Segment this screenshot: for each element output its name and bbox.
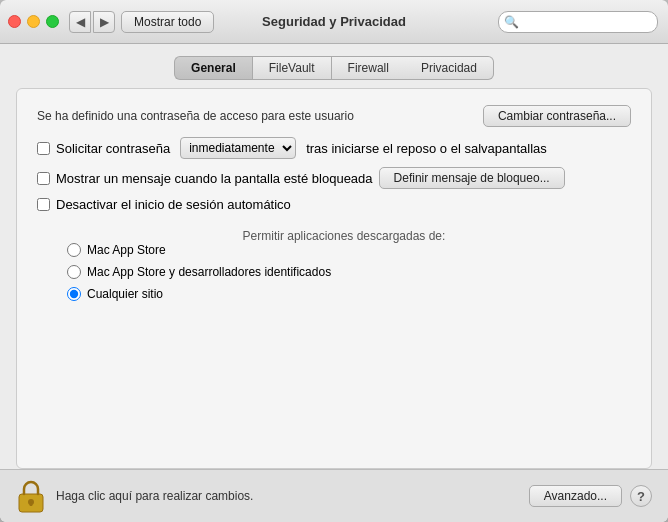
search-icon: 🔍	[504, 15, 519, 29]
tab-privacy[interactable]: Privacidad	[405, 56, 494, 80]
bottom-bar: Haga clic aquí para realizar cambios. Av…	[0, 469, 668, 522]
tab-firewall[interactable]: Firewall	[331, 56, 405, 80]
password-row: Se ha definido una contraseña de acceso …	[37, 105, 631, 127]
require-password-label: Solicitar contraseña	[56, 141, 170, 156]
tab-general[interactable]: General	[174, 56, 252, 80]
disable-autologin-checkbox[interactable]	[37, 198, 50, 211]
radio-row-mac-app-store: Mac App Store	[67, 243, 331, 257]
change-password-button[interactable]: Cambiar contraseña...	[483, 105, 631, 127]
search-input[interactable]	[498, 11, 658, 33]
disable-autologin-row: Desactivar el inicio de sesión automátic…	[37, 197, 631, 212]
password-label: Se ha definido una contraseña de acceso …	[37, 109, 354, 123]
nav-buttons: ◀ ▶	[69, 11, 115, 33]
radio-label-any-site: Cualquier sitio	[87, 287, 163, 301]
chevron-left-icon: ◀	[76, 15, 85, 29]
help-button[interactable]: ?	[630, 485, 652, 507]
immediately-select[interactable]: inmediatamente	[180, 137, 296, 159]
require-password-row: Solicitar contraseña inmediatamente tras…	[37, 137, 631, 159]
radio-label-mac-app-store-devs: Mac App Store y desarrolladores identifi…	[87, 265, 331, 279]
content-panel: Se ha definido una contraseña de acceso …	[16, 88, 652, 469]
svg-rect-2	[30, 502, 33, 506]
tab-filevault[interactable]: FileVault	[252, 56, 331, 80]
maximize-button[interactable]	[46, 15, 59, 28]
define-message-button[interactable]: Definir mensaje de bloqueo...	[379, 167, 565, 189]
tabs-bar: General FileVault Firewall Privacidad	[0, 44, 668, 88]
allow-apps-title: Permitir aplicaciones descargadas de:	[243, 229, 446, 243]
window-title: Seguridad y Privacidad	[262, 14, 406, 29]
window-controls	[8, 15, 59, 28]
show-message-row: Mostrar un mensaje cuando la pantalla es…	[37, 167, 631, 189]
lock-text: Haga clic aquí para realizar cambios.	[56, 489, 253, 503]
radio-group: Mac App Store Mac App Store y desarrolla…	[57, 243, 331, 301]
main-window: General FileVault Firewall Privacidad Se…	[0, 44, 668, 522]
after-sleep-label: tras iniciarse el reposo o el salvapanta…	[306, 141, 547, 156]
radio-row-mac-app-store-devs: Mac App Store y desarrolladores identifi…	[67, 265, 331, 279]
disable-autologin-label: Desactivar el inicio de sesión automátic…	[56, 197, 291, 212]
show-message-label: Mostrar un mensaje cuando la pantalla es…	[56, 171, 373, 186]
bottom-right: Avanzado... ?	[529, 485, 652, 507]
radio-any-site[interactable]	[67, 287, 81, 301]
lock-icon[interactable]	[16, 478, 46, 514]
radio-mac-app-store[interactable]	[67, 243, 81, 257]
minimize-button[interactable]	[27, 15, 40, 28]
titlebar: ◀ ▶ Mostrar todo Seguridad y Privacidad …	[0, 0, 668, 44]
radio-label-mac-app-store: Mac App Store	[87, 243, 166, 257]
radio-row-any-site: Cualquier sitio	[67, 287, 331, 301]
search-box: 🔍	[498, 11, 658, 33]
nav-forward-button[interactable]: ▶	[93, 11, 115, 33]
bottom-left: Haga clic aquí para realizar cambios.	[16, 478, 253, 514]
nav-back-button[interactable]: ◀	[69, 11, 91, 33]
advanced-button[interactable]: Avanzado...	[529, 485, 622, 507]
show-all-button[interactable]: Mostrar todo	[121, 11, 214, 33]
chevron-right-icon: ▶	[100, 15, 109, 29]
require-password-checkbox[interactable]	[37, 142, 50, 155]
radio-mac-app-store-devs[interactable]	[67, 265, 81, 279]
close-button[interactable]	[8, 15, 21, 28]
allow-apps-section: Permitir aplicaciones descargadas de: Ma…	[37, 228, 631, 301]
show-message-checkbox[interactable]	[37, 172, 50, 185]
